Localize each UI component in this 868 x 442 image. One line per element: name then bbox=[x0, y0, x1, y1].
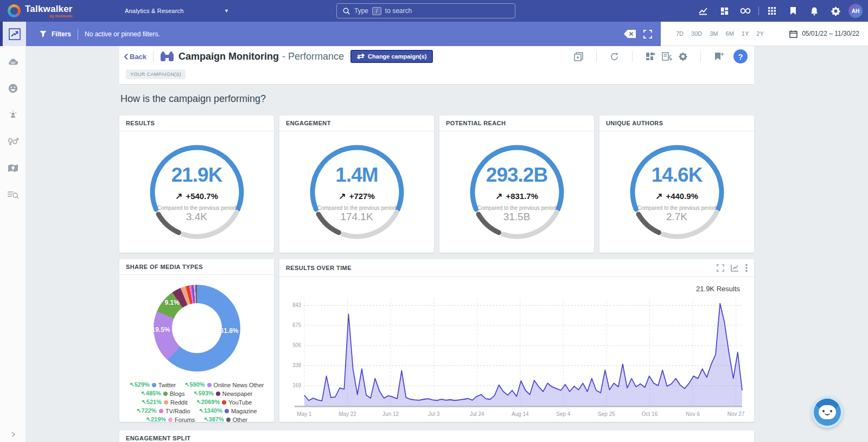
sidebar-item-performance-active[interactable] bbox=[0, 22, 26, 46]
preset-7d[interactable]: 7D bbox=[676, 30, 684, 37]
user-avatar[interactable]: AH bbox=[848, 4, 863, 18]
duplicate-icon[interactable] bbox=[574, 52, 583, 61]
date-range-picker[interactable]: 05/01/22 – 11/30/22 bbox=[789, 30, 868, 38]
legend-trend-arrow: ↖529% bbox=[129, 381, 149, 388]
legend-label: Reddit bbox=[170, 399, 188, 406]
refresh-icon[interactable] bbox=[610, 52, 619, 61]
expand-widget-icon[interactable] bbox=[717, 264, 724, 272]
dashboards-icon[interactable] bbox=[716, 3, 732, 19]
workspace-dropdown[interactable]: Analytics & Research ▼ bbox=[125, 8, 233, 14]
sidebar-item-sentiment[interactable] bbox=[5, 81, 21, 95]
legend-item[interactable]: ↖387%Other bbox=[203, 416, 247, 423]
legend-color-dot bbox=[225, 409, 229, 413]
analytics-trend-icon[interactable] bbox=[695, 3, 711, 19]
legend-item[interactable]: ↖1340%Magazine bbox=[199, 407, 257, 414]
legend-item[interactable]: ↖521%Reddit bbox=[142, 399, 188, 406]
filter-bar: Filters No active or pinned filters. bbox=[26, 22, 661, 46]
preset-6m[interactable]: 6M bbox=[726, 30, 734, 37]
trend-up-arrow-icon: ↗ bbox=[339, 191, 346, 201]
sidebar-expand-chevron[interactable] bbox=[0, 431, 26, 438]
filter-funnel-icon[interactable] bbox=[39, 30, 47, 38]
legend-label: Blogs bbox=[170, 390, 185, 397]
top-navigation-bar: Talkwalker by Hootsuite Analytics & Rese… bbox=[0, 0, 868, 22]
trend-up-arrow-icon: ↗ bbox=[655, 191, 662, 201]
kpi-compare-label: Compared to the previous period bbox=[317, 205, 397, 211]
search-input[interactable]: Type / to search bbox=[336, 3, 515, 18]
share-of-media-types-card: SHARE OF MEDIA TYPES 61.8% 19.5% 9.1% ↖5… bbox=[119, 259, 274, 422]
change-campaign-label: Change campaign(s) bbox=[368, 53, 426, 60]
sidebar-item-saved-searches[interactable] bbox=[5, 188, 21, 202]
legend-label: Online News Other bbox=[214, 382, 264, 388]
back-button[interactable]: Back bbox=[124, 53, 146, 61]
legend-item[interactable]: ↖2069%YouTube bbox=[196, 399, 252, 406]
kpi-compare-label: Compared to the previous period bbox=[157, 205, 237, 211]
kpi-gauge: 21.9K ↗+540.7% Compared to the previous … bbox=[148, 143, 246, 241]
legend-item[interactable]: ↖590%Online News Other bbox=[184, 381, 264, 388]
infinity-icon[interactable] bbox=[737, 3, 754, 19]
legend-trend-arrow: ↖387% bbox=[203, 416, 224, 423]
sidebar-item-world-map[interactable] bbox=[5, 161, 21, 175]
header-icons-divider2 bbox=[632, 51, 633, 62]
help-button[interactable]: ? bbox=[733, 49, 748, 63]
preset-2y[interactable]: 2Y bbox=[756, 30, 763, 37]
legend-item[interactable]: ↖485%Blogs bbox=[141, 390, 185, 397]
svg-text:Jul 24: Jul 24 bbox=[470, 411, 484, 417]
kpi-value: 14.6K bbox=[652, 164, 703, 187]
svg-text:Nov 27: Nov 27 bbox=[727, 411, 745, 417]
sidebar-item-demographics[interactable] bbox=[5, 134, 21, 149]
preset-3m[interactable]: 3M bbox=[710, 30, 718, 37]
performance-chart-icon bbox=[9, 28, 21, 40]
svg-text:Jun 12: Jun 12 bbox=[382, 411, 399, 417]
bookmark-icon[interactable] bbox=[785, 3, 801, 19]
svg-text:May 22: May 22 bbox=[339, 411, 356, 417]
line-chart-svg: May 1May 22Jun 12Jul 3Jul 24Aug 14Sep 4S… bbox=[284, 293, 750, 421]
chart-type-icon[interactable] bbox=[731, 264, 739, 272]
notifications-bell-icon[interactable] bbox=[806, 3, 822, 19]
legend-item[interactable]: ↖219%Forums bbox=[146, 416, 195, 423]
kpi-compare-label: Compared to the previous period bbox=[477, 205, 557, 211]
chatbot-button[interactable] bbox=[812, 396, 843, 428]
date-range-bar: 7D 30D 3M 6M 1Y 2Y 05/01/22 – 11/30/22 bbox=[661, 22, 868, 46]
campaign-chip-row: YOUR CAMPAIGN(S) bbox=[119, 66, 754, 85]
your-campaigns-chip[interactable]: YOUR CAMPAIGN(S) bbox=[126, 69, 186, 79]
kebab-menu-icon[interactable] bbox=[745, 264, 748, 272]
apps-grid-icon[interactable] bbox=[764, 3, 780, 19]
main-content: Back Campaign Monitoring - Performance C… bbox=[26, 46, 868, 442]
page-title: Campaign Monitoring bbox=[178, 51, 279, 62]
widget-settings-gear-icon[interactable] bbox=[679, 52, 687, 61]
bookmark-add-icon[interactable] bbox=[714, 52, 724, 61]
legend-item[interactable]: ↖722%TV/Radio bbox=[136, 407, 190, 414]
rot-chart-area[interactable]: May 1May 22Jun 12Jul 3Jul 24Aug 14Sep 4S… bbox=[279, 293, 754, 422]
add-report-icon[interactable] bbox=[662, 52, 672, 61]
preset-30d[interactable]: 30D bbox=[691, 30, 702, 37]
rot-card-title: RESULTS OVER TIME bbox=[286, 265, 352, 271]
talkwalker-logo[interactable]: Talkwalker by Hootsuite bbox=[0, 4, 125, 18]
settings-gear-icon[interactable] bbox=[827, 3, 844, 19]
chevron-left-icon bbox=[124, 53, 129, 60]
kpi-delta: +727% bbox=[349, 191, 375, 201]
legend-label: Other bbox=[233, 417, 248, 423]
legend-item[interactable]: ↖529%Twitter bbox=[129, 381, 176, 388]
add-widget-icon[interactable] bbox=[646, 52, 655, 61]
fullscreen-icon[interactable] bbox=[643, 30, 652, 39]
workspace-label: Analytics & Research bbox=[125, 8, 184, 14]
sidebar-item-themes-cloud[interactable] bbox=[5, 55, 21, 69]
sidebar-item-influencers[interactable] bbox=[5, 108, 21, 122]
svg-text:Oct 16: Oct 16 bbox=[642, 411, 658, 417]
preset-1y[interactable]: 1Y bbox=[742, 30, 749, 37]
brand-name: Talkwalker bbox=[25, 4, 73, 14]
svg-text:Sep 4: Sep 4 bbox=[556, 411, 570, 417]
legend-color-dot bbox=[222, 400, 226, 405]
kpi-value: 1.4M bbox=[335, 164, 378, 187]
filters-label[interactable]: Filters bbox=[52, 30, 71, 38]
media-donut-chart[interactable]: 61.8% 19.5% 9.1% bbox=[151, 285, 243, 376]
media-card-title: SHARE OF MEDIA TYPES bbox=[126, 264, 203, 270]
legend-color-dot bbox=[168, 418, 173, 422]
kpi-card-engagement: ENGAGEMENT 1.4M ↗+727% Compared to the p… bbox=[279, 116, 434, 253]
change-campaign-button[interactable]: Change campaign(s) bbox=[350, 50, 433, 63]
left-sidebar bbox=[0, 46, 26, 442]
legend-trend-arrow: ↖722% bbox=[136, 407, 156, 414]
calendar-icon bbox=[789, 30, 797, 38]
clear-filters-icon[interactable] bbox=[624, 30, 636, 38]
legend-item[interactable]: ↖593%Newspaper bbox=[193, 390, 252, 397]
